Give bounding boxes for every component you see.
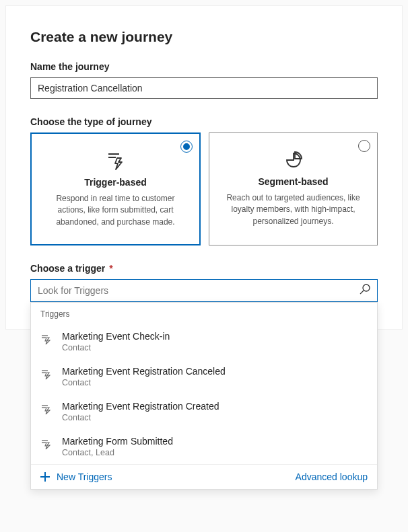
svg-marker-7 — [45, 338, 50, 344]
trigger-option-sub: Contact — [62, 378, 368, 387]
trigger-label: Choose a trigger * — [30, 263, 378, 274]
trigger-option-text: Marketing Event Registration Canceled Co… — [62, 366, 368, 387]
plus-icon — [40, 472, 50, 482]
trigger-section: Choose a trigger * Triggers Mar — [30, 263, 378, 302]
dropdown-group-label: Triggers — [31, 303, 377, 324]
trigger-option-sub: Contact, Lead — [62, 448, 368, 457]
trigger-option[interactable]: Marketing Event Check-in Contact — [31, 324, 377, 359]
card-title: Segment-based — [219, 176, 368, 187]
svg-marker-16 — [45, 443, 50, 449]
type-cards: Trigger-based Respond in real time to cu… — [30, 132, 378, 245]
trigger-dropdown: Triggers Marketing Event Check-in Contac… — [30, 302, 378, 490]
trigger-option-text: Marketing Form Submitted Contact, Lead — [62, 436, 368, 457]
svg-marker-2 — [115, 158, 122, 169]
trigger-option[interactable]: Marketing Form Submitted Contact, Lead — [31, 429, 377, 464]
trigger-icon — [40, 404, 53, 414]
card-title: Trigger-based — [41, 177, 190, 188]
type-label: Choose the type of journey — [30, 116, 378, 127]
required-mark: * — [109, 263, 112, 274]
svg-line-4 — [360, 291, 364, 294]
trigger-icon — [41, 151, 190, 170]
trigger-search-wrap[interactable] — [30, 279, 378, 302]
svg-marker-13 — [45, 408, 50, 414]
trigger-option[interactable]: Marketing Event Registration Created Con… — [31, 394, 377, 429]
advanced-lookup-label: Advanced lookup — [296, 471, 368, 482]
trigger-option-title: Marketing Form Submitted — [62, 436, 368, 447]
svg-point-3 — [363, 284, 370, 291]
trigger-label-text: Choose a trigger — [30, 263, 105, 274]
dropdown-footer: New Triggers Advanced lookup — [31, 464, 377, 489]
new-triggers-button[interactable]: New Triggers — [40, 471, 112, 482]
trigger-option[interactable]: Marketing Event Registration Canceled Co… — [31, 359, 377, 394]
trigger-option-title: Marketing Event Registration Created — [62, 401, 368, 412]
name-label: Name the journey — [30, 61, 378, 72]
card-trigger-based[interactable]: Trigger-based Respond in real time to cu… — [30, 132, 201, 245]
trigger-option-title: Marketing Event Check-in — [62, 331, 368, 342]
trigger-option-sub: Contact — [62, 343, 368, 352]
card-desc: Reach out to targeted audiences, like lo… — [219, 192, 368, 227]
svg-marker-10 — [45, 373, 50, 379]
trigger-search-input[interactable] — [38, 285, 360, 296]
trigger-icon — [40, 369, 53, 379]
page-title: Create a new journey — [30, 29, 378, 45]
card-segment-based[interactable]: Segment-based Reach out to targeted audi… — [209, 132, 378, 245]
trigger-option-text: Marketing Event Check-in Contact — [62, 331, 368, 352]
name-section: Name the journey — [30, 61, 378, 99]
radio-trigger-based[interactable] — [180, 141, 193, 153]
trigger-icon — [40, 334, 53, 344]
segment-icon — [219, 151, 368, 169]
advanced-lookup-link[interactable]: Advanced lookup — [296, 471, 368, 482]
trigger-option-title: Marketing Event Registration Canceled — [62, 366, 368, 377]
new-triggers-label: New Triggers — [57, 471, 112, 482]
type-section: Choose the type of journey Trigger-based… — [30, 116, 378, 245]
trigger-option-text: Marketing Event Registration Created Con… — [62, 401, 368, 422]
trigger-icon — [40, 439, 53, 449]
search-icon[interactable] — [360, 284, 370, 297]
create-journey-panel: Create a new journey Name the journey Ch… — [5, 5, 403, 330]
trigger-option-sub: Contact — [62, 413, 368, 422]
radio-segment-based[interactable] — [358, 140, 370, 152]
dropdown-list[interactable]: Marketing Event Check-in Contact Marketi… — [31, 324, 377, 464]
journey-name-input[interactable] — [30, 77, 378, 99]
card-desc: Respond in real time to customer actions… — [41, 193, 190, 228]
